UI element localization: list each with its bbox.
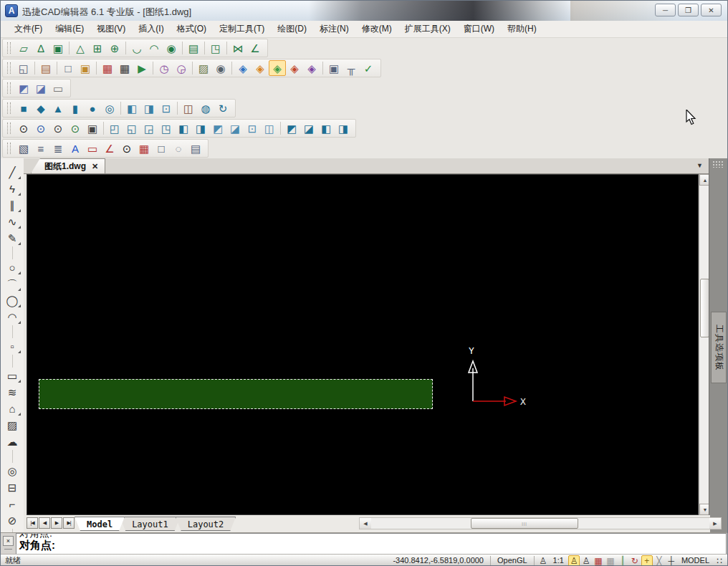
menu-dimension[interactable]: 标注(N) [313,20,355,38]
polygon-tool-icon[interactable]: ⌂ [4,400,21,417]
rectangle-tool-icon[interactable]: ▭ [4,368,21,384]
view-front-icon[interactable]: ◧ [175,120,192,136]
donut-tool-icon[interactable]: ◎ [4,463,21,479]
group-select-icon[interactable]: □ [59,60,77,76]
tab-layout1[interactable]: Layout1 [120,517,181,531]
solid-box-icon[interactable]: ■ [15,100,32,116]
menu-draw[interactable]: 绘图(D) [271,20,313,38]
boolean-union-icon[interactable]: ◧ [123,100,140,116]
layer-states-icon[interactable]: ≣ [49,140,67,156]
render-window-icon[interactable]: ▭ [49,80,67,96]
save-block-icon[interactable]: ▣ [325,60,343,76]
column-icon[interactable]: ╥ [343,60,360,76]
camera-icon[interactable]: ▣ [84,120,101,136]
table-stop-icon[interactable]: ▦ [116,60,133,76]
tab-list-dropdown-icon[interactable]: ▼ [696,162,703,169]
layer-match-icon[interactable]: ≡ [32,140,49,156]
revcloud-tool-icon[interactable]: ☁ [4,433,21,450]
solid-cylinder-icon[interactable]: ▮ [67,100,84,116]
boolean-intersect-icon[interactable]: ⊡ [158,100,175,116]
boolean-subtract-icon[interactable]: ◨ [140,100,158,116]
grid-limits-icon[interactable]: ▦ [135,140,153,156]
iso-nw-icon[interactable]: ◨ [335,120,352,136]
grid-toggle[interactable]: ▦ [605,555,616,566]
drawing-canvas[interactable]: Y X [27,174,699,515]
tab-document[interactable]: 图纸1.dwg ✕ [31,158,105,173]
menu-help[interactable]: 帮助(H) [501,20,543,38]
ellipse-tool-icon[interactable]: ◯ [4,292,21,309]
table-play-icon[interactable]: ▶ [133,60,150,76]
menu-modify[interactable]: 修改(M) [355,20,398,38]
scale-label[interactable]: 1:1 [550,555,567,566]
point-tool-icon[interactable]: ▫ [4,338,21,355]
spline-tool-icon[interactable]: ∿ [4,214,21,230]
surface-ruled-icon[interactable]: ∠ [246,40,264,56]
palette-grip[interactable] [712,160,724,168]
tag-confirm-icon[interactable]: ◈ [269,60,286,76]
ucs-world-toggle[interactable]: ♙ [568,555,580,566]
minimize-button[interactable]: ─ [655,4,676,16]
dim-angle-icon[interactable]: ∠ [101,140,118,156]
command-input[interactable]: 对角点: 对角点: [16,533,727,555]
ucs-view-icon[interactable]: ⊙ [67,120,84,136]
tab-model[interactable]: Model [75,517,125,531]
select-crossing-icon[interactable]: ◌ [170,140,187,156]
view-sw-icon[interactable]: ◫ [261,120,278,136]
paste-special-icon[interactable]: ▤ [187,140,204,156]
last-layout-button[interactable]: ▶| [63,517,75,529]
pipe-tool-icon[interactable]: ⌐ [4,496,21,512]
aerial-view-icon[interactable]: ⊙ [118,140,135,156]
circle-tool-icon[interactable]: ○ [4,259,21,276]
selected-rectangle-entity[interactable] [39,379,433,409]
menu-window[interactable]: 窗口(W) [457,20,501,38]
group-icon[interactable]: ▣ [77,60,94,76]
solid-check-icon[interactable]: ↻ [214,100,231,116]
tag-save-icon[interactable]: ◈ [303,60,320,76]
crosshair-toggle[interactable]: ┼ [666,555,677,566]
arc-tool-icon[interactable]: ⌒ [4,276,21,292]
model-space-label[interactable]: MODEL [678,555,713,566]
orbit-icon[interactable]: ⊙ [32,120,49,136]
first-layout-button[interactable]: |◀ [27,517,38,529]
sketch-tool-icon[interactable]: ✎ [4,230,21,246]
solid-slice-icon[interactable]: ◫ [180,100,197,116]
menu-file[interactable]: 文件(F) [8,20,49,38]
layer-walk-icon[interactable]: ▧ [15,140,32,156]
menu-custom-tools[interactable]: 定制工具(T) [213,20,271,38]
scroll-left-icon[interactable]: ◀ [360,518,371,529]
command-resize-grip[interactable] [4,549,12,550]
view-right-icon[interactable]: ◳ [158,120,175,136]
tag-new-icon[interactable]: ◈ [234,60,252,76]
solid-pyramid-icon[interactable]: ◆ [32,100,49,116]
solid-sphere-icon[interactable]: ● [84,100,101,116]
horizontal-scrollbar[interactable]: ◀ ||| ▶ [359,517,722,529]
markup-icon[interactable]: ▤ [37,60,54,76]
tool-palette-tab[interactable]: 工具选项板 [711,312,727,383]
ucs-edit-toggle[interactable]: ♙ [580,555,592,566]
double-line-tool-icon[interactable]: ∥ [4,197,21,214]
wipeout-tool-icon[interactable]: ⊟ [4,479,21,496]
iso-ne-icon[interactable]: ◧ [317,120,335,136]
view-se-icon[interactable]: ⊡ [244,120,261,136]
tab-close-icon[interactable]: ✕ [92,162,98,171]
ortho-toggle[interactable]: ┃ [617,555,628,566]
horizontal-scroll-thumb[interactable]: ||| [471,518,578,529]
surface-dish-icon[interactable]: ◡ [128,40,145,56]
solid-cone-icon[interactable]: ▲ [49,100,67,116]
menu-edit[interactable]: 编辑(E) [49,20,90,38]
otrack-toggle[interactable]: ╳ [653,555,665,566]
region-tool-icon[interactable]: ⊘ [4,512,21,529]
tab-layout2[interactable]: Layout2 [176,517,236,531]
ucs-icon[interactable]: ♙ [537,555,549,566]
surface-box-icon[interactable]: ▱ [15,40,32,56]
visual-style-icon[interactable]: ⊙ [15,120,32,136]
snap-grid-toggle[interactable]: ▦ [593,555,604,566]
tag-edit-icon[interactable]: ◈ [252,60,269,76]
menu-format[interactable]: 格式(O) [171,20,213,38]
tag-modify-icon[interactable]: ◈ [286,60,303,76]
solid-history-icon[interactable]: ◍ [197,100,214,116]
surface-sphere-icon[interactable]: ⊕ [106,40,123,56]
view-ne-icon[interactable]: ◩ [209,120,226,136]
iso-sw-icon[interactable]: ◩ [283,120,300,136]
iso-se-icon[interactable]: ◪ [300,120,317,136]
